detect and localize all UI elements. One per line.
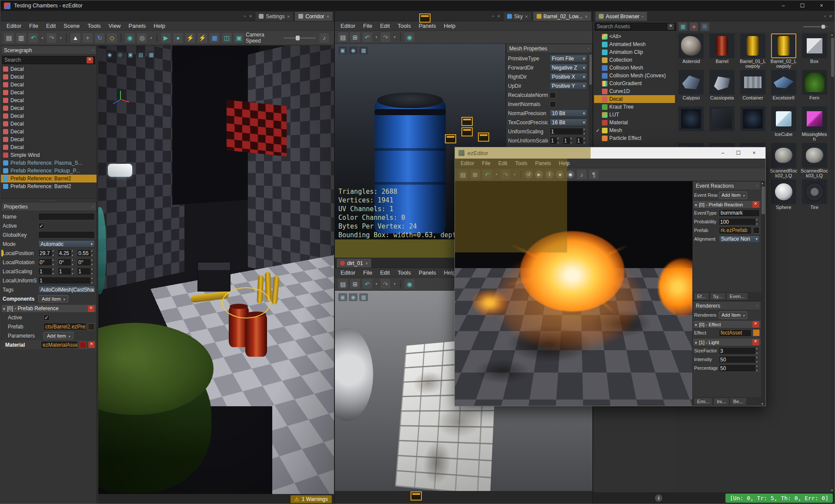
save-icon[interactable]: ▤ bbox=[337, 32, 348, 43]
scenegraph-item[interactable]: Decal bbox=[1, 112, 97, 120]
redo-icon[interactable]: ↷ bbox=[380, 279, 391, 289]
dock-icon[interactable] bbox=[641, 13, 643, 20]
asset-item[interactable]: Tire bbox=[799, 179, 830, 215]
scenegraph-item[interactable]: Prefab Reference: Barrel2 bbox=[1, 175, 97, 182]
document-tab[interactable]: Sky bbox=[503, 11, 531, 21]
asset-item[interactable]: ExcelsiorII bbox=[768, 69, 799, 106]
close-button[interactable]: × bbox=[746, 150, 762, 156]
save-icon[interactable]: ▤ bbox=[458, 169, 468, 180]
menu-item[interactable]: File bbox=[359, 23, 376, 29]
world-space-icon[interactable]: ◉ bbox=[124, 33, 135, 43]
snap-move-icon[interactable]: ◫ bbox=[221, 33, 232, 43]
asset-type-item[interactable]: Kraut Tree bbox=[594, 103, 675, 111]
menu-item[interactable]: Tools bbox=[84, 23, 104, 29]
undo-menu-icon[interactable]: ▾ bbox=[494, 169, 499, 180]
remove-component-button[interactable] bbox=[752, 339, 759, 345]
asset-item[interactable]: ScannedRock02_LQ bbox=[768, 142, 799, 179]
scene-viewport-3d[interactable]: ◉◎▣▤▦ bbox=[98, 46, 334, 494]
number-input-y[interactable]: 4.25 bbox=[58, 249, 76, 257]
clear-search-icon[interactable] bbox=[87, 57, 93, 63]
undo-menu-icon[interactable]: ▾ bbox=[40, 33, 45, 43]
menu-item[interactable]: File bbox=[359, 269, 376, 276]
dock-scrollbar[interactable] bbox=[761, 181, 765, 406]
scenegraph-item[interactable]: Prefab Reference: Barrel2 bbox=[1, 182, 97, 190]
scenegraph-item[interactable]: Prefab Reference: Plasma_S... bbox=[1, 159, 97, 167]
panel-splitter[interactable] bbox=[1, 199, 97, 202]
asset-type-item[interactable]: ✓ Mesh bbox=[594, 126, 675, 134]
copy-icon[interactable]: ⊞ bbox=[350, 279, 361, 289]
dock-icon[interactable] bbox=[492, 13, 494, 19]
dropdown[interactable]: AutoColMesh|CastShadow bbox=[38, 286, 95, 293]
component-group-header[interactable]: [0] - Prefab Reaction bbox=[693, 200, 761, 209]
asset-grid-scrollbar[interactable] bbox=[831, 33, 835, 492]
grid-icon[interactable]: ▦ bbox=[359, 46, 368, 54]
asset-item[interactable]: Sphere bbox=[768, 179, 799, 215]
asset-item[interactable]: Asteroid bbox=[676, 33, 707, 69]
expand-icon[interactable]: ▣ bbox=[126, 51, 135, 59]
number-input-y[interactable]: 1 bbox=[563, 137, 574, 144]
scenegraph-item[interactable]: Decal bbox=[1, 136, 97, 143]
asset-type-item[interactable]: Particle Effect bbox=[594, 134, 675, 142]
menu-item[interactable]: Edit bbox=[494, 160, 511, 166]
component-group-header[interactable]: [0] - Effect bbox=[693, 320, 761, 328]
asset-browser-tab[interactable]: Asset Browser bbox=[595, 11, 648, 21]
asset-item[interactable]: Cassiopeia bbox=[707, 69, 738, 106]
redo-menu-icon[interactable]: ▾ bbox=[58, 33, 63, 43]
close-tab-icon[interactable] bbox=[327, 13, 329, 20]
dropdown[interactable]: 10 Bit bbox=[550, 109, 587, 117]
asset-item[interactable]: Barrel bbox=[707, 33, 738, 69]
scenegraph-item[interactable]: Decal bbox=[1, 120, 97, 128]
dock-icon[interactable] bbox=[824, 13, 826, 19]
menu-item[interactable]: Editor bbox=[337, 269, 359, 276]
dropdown[interactable]: Automatic bbox=[38, 240, 95, 248]
undo-icon[interactable]: ↶ bbox=[482, 169, 493, 180]
close-icon[interactable] bbox=[829, 13, 832, 19]
panel-tab[interactable]: Ini... bbox=[713, 398, 729, 405]
audio-icon[interactable]: ♪ bbox=[319, 33, 330, 43]
number-input[interactable]: 50 bbox=[719, 356, 760, 363]
scenegraph-item[interactable]: Simple Wind bbox=[1, 151, 97, 159]
asset-type-item[interactable]: <All> bbox=[594, 33, 675, 40]
number-input-z[interactable]: 0° bbox=[77, 259, 95, 266]
translate-tool-icon[interactable]: + bbox=[82, 33, 93, 43]
asset-type-item[interactable]: Decal bbox=[594, 95, 675, 103]
close-tab-icon[interactable] bbox=[365, 260, 368, 266]
snap-pivot-icon[interactable]: ▣ bbox=[234, 33, 244, 43]
save-all-icon[interactable]: ▥ bbox=[16, 33, 27, 43]
float-panel-icon[interactable] bbox=[92, 204, 94, 209]
copy-icon[interactable]: ⊞ bbox=[470, 169, 481, 180]
undo-menu-icon[interactable]: ▾ bbox=[374, 279, 379, 289]
dropdown[interactable]: Negative Z bbox=[550, 64, 587, 71]
audio-icon[interactable]: ♪ bbox=[576, 169, 587, 180]
add-item-button[interactable]: Add Item bbox=[43, 332, 73, 339]
pivot-icon[interactable]: ◎ bbox=[137, 33, 147, 43]
asset-type-item[interactable]: ColorGradient bbox=[594, 80, 675, 87]
scale-tool-icon[interactable]: ◇ bbox=[107, 33, 117, 43]
menu-item[interactable]: Help bbox=[440, 23, 459, 29]
text-input[interactable]: ezMaterialAsset bbox=[41, 341, 78, 348]
film-icon[interactable]: ▤ bbox=[137, 51, 145, 59]
menu-item[interactable]: Panels bbox=[125, 23, 150, 29]
menu-item[interactable]: Edit bbox=[42, 23, 60, 29]
redo-icon[interactable]: ↷ bbox=[46, 33, 57, 43]
redo-menu-icon[interactable]: ▾ bbox=[512, 169, 517, 180]
number-input-z[interactable]: 1 bbox=[576, 137, 587, 144]
undo-icon[interactable]: ↶ bbox=[28, 33, 39, 43]
thumbnail-zoom-slider[interactable] bbox=[803, 26, 828, 27]
scenegraph-search-input[interactable]: Search bbox=[2, 56, 95, 64]
grid-icon[interactable]: ▦ bbox=[359, 293, 368, 301]
camera-speed-slider[interactable] bbox=[284, 37, 316, 39]
separator[interactable] bbox=[66, 33, 67, 42]
menu-item[interactable]: Tools bbox=[511, 160, 531, 166]
redo-icon[interactable]: ↷ bbox=[500, 169, 511, 180]
panel-tab[interactable]: Be... bbox=[730, 398, 747, 405]
speed-up-icon[interactable]: ⚡ bbox=[185, 33, 196, 43]
panel-tab[interactable]: Even... bbox=[726, 292, 748, 300]
undo-icon[interactable]: ↶ bbox=[362, 32, 373, 43]
number-input-x[interactable]: 1 bbox=[550, 137, 561, 144]
number-input-z[interactable]: 1 bbox=[77, 268, 95, 275]
number-input[interactable]: 1 bbox=[38, 277, 95, 284]
asset-type-item[interactable]: LUT bbox=[594, 111, 675, 119]
menu-item[interactable]: File bbox=[478, 160, 494, 166]
close-button[interactable]: × bbox=[812, 0, 831, 11]
